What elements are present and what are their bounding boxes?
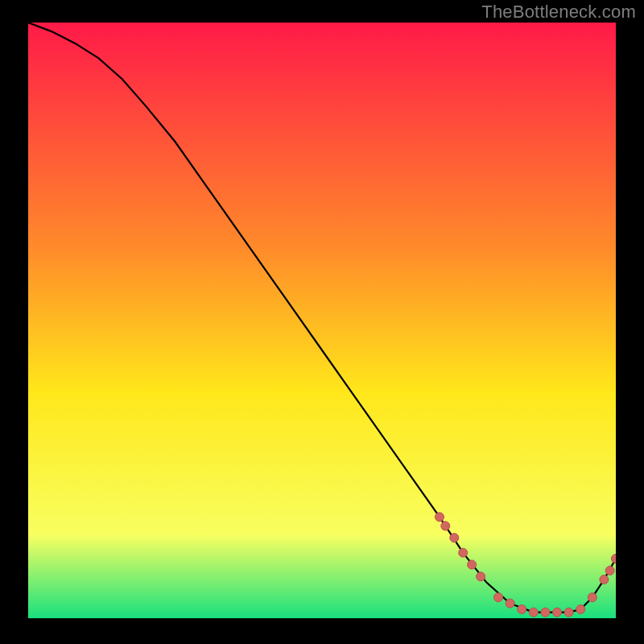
chart-svg <box>28 23 616 618</box>
gradient-background <box>28 23 616 618</box>
data-marker <box>477 572 485 581</box>
data-marker <box>576 605 585 613</box>
data-marker <box>541 608 550 617</box>
watermark-text: TheBottleneck.com <box>481 2 636 23</box>
data-marker <box>436 513 444 522</box>
data-marker <box>553 608 562 617</box>
data-marker <box>518 605 526 613</box>
data-marker <box>459 548 468 557</box>
data-marker <box>600 575 609 584</box>
data-marker <box>494 593 503 602</box>
data-marker <box>564 608 573 617</box>
data-marker <box>441 522 450 530</box>
data-marker <box>605 566 614 575</box>
data-marker <box>506 599 514 608</box>
data-marker <box>529 608 538 617</box>
chart-frame: TheBottleneck.com <box>0 0 644 644</box>
data-marker <box>450 534 459 543</box>
data-marker <box>468 560 477 569</box>
data-marker <box>588 593 597 602</box>
plot-area <box>28 23 616 618</box>
